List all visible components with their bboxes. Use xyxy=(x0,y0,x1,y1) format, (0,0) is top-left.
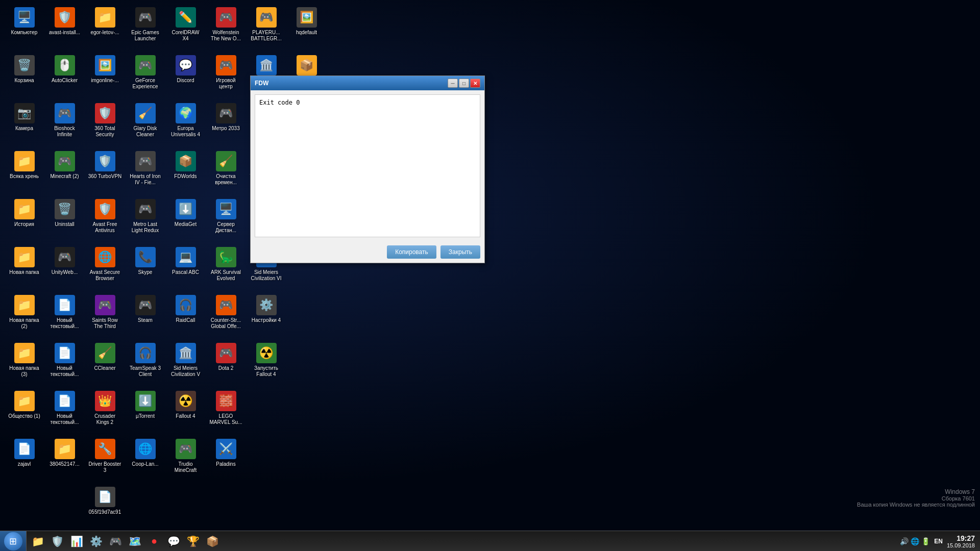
icon-server-dist[interactable]: 🖥️ Сервер Дистан... xyxy=(207,197,245,243)
icon-civ5b[interactable]: 🏛️ Sid Meiers Civilization V xyxy=(166,341,205,387)
icon-fallout4b[interactable]: ☢️ Fallout 4 xyxy=(166,389,205,435)
icon-autoclicker[interactable]: 🖱️ AutoClicker xyxy=(45,53,84,99)
crusader-kings-icon: 👑 xyxy=(95,391,115,411)
055f19d7-icon: 📄 xyxy=(95,487,115,507)
taskbar-map[interactable]: 🗺️ xyxy=(126,532,144,550)
empty-11 xyxy=(5,485,43,531)
icon-trudio[interactable]: 🎮 Trudio MineCraft xyxy=(166,437,205,483)
icon-avast-free[interactable]: 🛡️ Avast Free Antivirus xyxy=(86,197,124,243)
icon-label-server-dist: Сервер Дистан... xyxy=(209,221,243,234)
icon-nastroyki[interactable]: ⚙️ Настройки 4 xyxy=(247,293,285,339)
icon-ochistka[interactable]: 🧹 Очистка времен... xyxy=(207,149,245,195)
fdw-maximize-button[interactable]: □ xyxy=(459,79,469,88)
taskbar-opera[interactable]: ● xyxy=(145,532,163,550)
icon-fallout4[interactable]: ☢️ Запустить Fallout 4 xyxy=(247,341,285,387)
icon-counter-strike[interactable]: 🎮 Counter-Str... Global Offe... xyxy=(207,293,245,339)
icon-label-utorrent: µTorrent xyxy=(136,413,155,419)
icon-uninstall[interactable]: 🗑️ Uninstall xyxy=(45,197,84,243)
icon-dota2[interactable]: 🎮 Dota 2 xyxy=(207,341,245,387)
icon-hoi4[interactable]: 🎮 Hearts of Iron IV - Fie... xyxy=(126,149,164,195)
icon-fdworlds[interactable]: 📦 FDWorlds xyxy=(166,149,205,195)
icon-computer[interactable]: 🖥️ Компьютер xyxy=(5,5,43,51)
icon-steam[interactable]: 🎮 Steam xyxy=(126,293,164,339)
icon-epic-games[interactable]: 🎮 Epic Games Launcher xyxy=(126,5,164,51)
icon-utorrent[interactable]: ⬇️ µTorrent xyxy=(126,389,164,435)
taskbar-settings[interactable]: ⚙️ xyxy=(87,532,105,550)
icon-ark[interactable]: 🦕 ARK Survival Evolved xyxy=(207,245,245,291)
istoriya-icon: 📁 xyxy=(14,199,35,219)
icon-discord[interactable]: 💬 Discord xyxy=(166,53,205,99)
icon-vsyakhreny[interactable]: 📁 Всяка хрень xyxy=(5,149,43,195)
icon-ccleaner[interactable]: 🧹 CCleaner xyxy=(86,341,124,387)
icon-zajavl[interactable]: 📄 zajavl xyxy=(5,437,43,483)
taskbar-dota[interactable]: 🎮 xyxy=(106,532,125,550)
icon-novaya-papka3[interactable]: 📁 Новая папка (3) xyxy=(5,341,43,387)
icon-obshestvo[interactable]: 📁 Общество (1) xyxy=(5,389,43,435)
icon-driver-booster[interactable]: 🔧 Driver Booster 3 xyxy=(86,437,124,483)
windows-build: Сборка 7601 xyxy=(857,495,975,502)
icon-avast-install[interactable]: 🛡️ avast-install... xyxy=(45,5,84,51)
icon-055f19d7[interactable]: 📄 055f19d7ac91 xyxy=(86,485,124,531)
icon-imgonline[interactable]: 🖼️ imgonline-... xyxy=(86,53,124,99)
icon-novaya-papka[interactable]: 📁 Новая папка xyxy=(5,245,43,291)
icon-bioshock[interactable]: 🎮 Bioshock Infinite xyxy=(45,101,84,147)
icon-egor-letov[interactable]: 📁 egor-letov-... xyxy=(86,5,124,51)
icon-novyi-tekst[interactable]: 📄 Новый текстовый... xyxy=(45,293,84,339)
icon-360security[interactable]: 🛡️ 360 Total Security xyxy=(86,101,124,147)
icon-hqdefault[interactable]: 🖼️ hqdefault xyxy=(287,5,326,51)
icon-pascal[interactable]: 💻 Pascal ABC xyxy=(166,245,205,291)
fdw-close-dialog-button[interactable]: Закрыть xyxy=(440,245,480,259)
icon-label-055f19d7: 055f19d7ac91 xyxy=(89,509,121,515)
icon-teamspeak[interactable]: 🎧 TeamSpeak 3 Client xyxy=(126,341,164,387)
icon-coop-lan[interactable]: 🌐 Coop-Lan... xyxy=(126,437,164,483)
taskbar-trophy[interactable]: 🏆 xyxy=(184,532,202,550)
icon-380452147[interactable]: 📁 380452147... xyxy=(45,437,84,483)
avast-free-icon: 🛡️ xyxy=(95,199,115,219)
taskbar-explorer[interactable]: 📁 xyxy=(29,532,47,550)
icon-europa[interactable]: 🌍 Europa Universalis 4 xyxy=(166,101,205,147)
icon-mediaget[interactable]: ⬇️ MediaGet xyxy=(166,197,205,243)
icon-novyi-tekst3[interactable]: 📄 Новый текстовый... xyxy=(45,389,84,435)
icon-coreldraw[interactable]: ✏️ CorelDRAW X4 xyxy=(166,5,205,51)
desktop: 🖥️ Компьютер 🛡️ avast-install... 📁 egor-… xyxy=(0,0,980,531)
icon-paladins[interactable]: ⚔️ Paladins xyxy=(207,437,245,483)
icon-unity[interactable]: 🎮 UnityWeb... xyxy=(45,245,84,291)
icon-novaya-papka2[interactable]: 📁 Новая папка (2) xyxy=(5,293,43,339)
icon-label-metro-last: Metro Last Light Redux xyxy=(128,221,162,234)
icon-geforce[interactable]: 🎮 GeForce Experience xyxy=(126,53,164,99)
taskbar-skype[interactable]: 💬 xyxy=(164,532,183,550)
icon-lego-marvel[interactable]: 🧱 LEGO MARVEL Su... xyxy=(207,389,245,435)
icon-skype[interactable]: 📞 Skype xyxy=(126,245,164,291)
icon-label-380452147: 380452147... xyxy=(50,461,79,467)
icon-wolfenstein[interactable]: 🎮 Wolfenstein The New O... xyxy=(207,5,245,51)
icon-korzina[interactable]: 🗑️ Корзина xyxy=(5,53,43,99)
utorrent-icon: ⬇️ xyxy=(135,391,156,411)
start-button[interactable]: ⊞ xyxy=(0,531,27,552)
taskbar-stats[interactable]: 📊 xyxy=(67,532,86,550)
language-indicator[interactable]: EN xyxy=(934,538,943,545)
icon-crusader-kings[interactable]: 👑 Crusader Kings 2 xyxy=(86,389,124,435)
icon-kamera[interactable]: 📷 Камера xyxy=(5,101,43,147)
icon-raidcall[interactable]: 🎧 RaidCall xyxy=(166,293,205,339)
lego-marvel-icon: 🧱 xyxy=(216,391,236,411)
icon-istoriya[interactable]: 📁 История xyxy=(5,197,43,243)
novaya-papka3-icon: 📁 xyxy=(14,343,35,363)
icon-novyi-tekst2[interactable]: 📄 Новый текстовый... xyxy=(45,341,84,387)
icon-glary[interactable]: 🧹 Glary Disk Cleaner xyxy=(126,101,164,147)
icon-label-sid-meiers-vi: Sid Meiers Civilization VI xyxy=(249,269,283,282)
icon-playerunknown[interactable]: 🎮 PLAYERU... BATTLEGR... xyxy=(247,5,285,51)
icon-minecraft2[interactable]: 🎮 Minecraft (2) xyxy=(45,149,84,195)
taskbar-package[interactable]: 📦 xyxy=(203,532,222,550)
fdw-minimize-button[interactable]: ─ xyxy=(448,79,458,88)
icon-metro-last[interactable]: 🎮 Metro Last Light Redux xyxy=(126,197,164,243)
icon-avast-secure[interactable]: 🌐 Avast Secure Browser xyxy=(86,245,124,291)
taskbar-avast[interactable]: 🛡️ xyxy=(48,532,66,550)
icon-game-center[interactable]: 🎮 Игровой центр xyxy=(207,53,245,99)
system-clock[interactable]: 19:27 15.09.2018 xyxy=(947,534,975,548)
fdw-copy-button[interactable]: Копировать xyxy=(387,245,436,259)
icon-metro2033[interactable]: 🎮 Метро 2033 xyxy=(207,101,245,147)
icon-label-ochistka: Очистка времен... xyxy=(209,173,243,186)
fdw-close-button[interactable]: ✕ xyxy=(470,79,480,88)
icon-saints-row[interactable]: 🎮 Saints Row The Third xyxy=(86,293,124,339)
icon-360turbovpn[interactable]: 🛡️ 360 TurboVPN xyxy=(86,149,124,195)
